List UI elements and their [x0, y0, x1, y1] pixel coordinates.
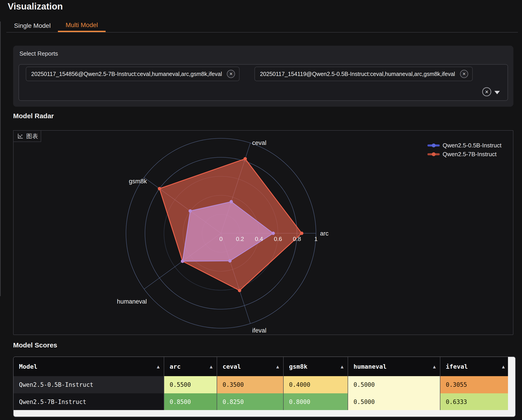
table-row: Qwen2.5-7B-Instruct0.85000.82500.80000.5…: [14, 393, 515, 411]
model-scores-table: Model▲arc▲ceval▲gsm8k▲humaneval▲ifeval▲ …: [13, 356, 516, 417]
radar-series-point: [228, 259, 232, 263]
radar-series-point: [244, 157, 247, 160]
score-cell-ceval[interactable]: 0.8250: [217, 393, 283, 411]
column-header-label: humaneval: [353, 363, 386, 370]
table-row: Qwen2.5-0.5B-Instruct0.55000.35000.40000…: [14, 376, 515, 393]
legend-item[interactable]: Qwen2.5-7B-Instruct: [428, 151, 501, 158]
sort-ascending-icon: ▲: [502, 364, 505, 369]
column-header-label: arc: [170, 363, 181, 370]
column-header-ceval[interactable]: ceval▲: [217, 357, 283, 376]
select-reports-panel: Select Reports 20250117_154856@Qwen2.5-7…: [13, 46, 514, 107]
sort-ascending-icon: ▲: [341, 364, 344, 369]
radar-series-point: [189, 209, 192, 213]
radar-series-point: [181, 260, 184, 263]
radar-axis-label-humaneval: humaneval: [117, 298, 147, 305]
model-name-cell[interactable]: Qwen2.5-0.5B-Instruct: [14, 376, 164, 393]
sort-ascending-icon: ▲: [433, 364, 436, 369]
legend-dot-icon: [432, 152, 436, 156]
radar-tick-label: 1: [314, 236, 318, 242]
score-cell-arc[interactable]: 0.5500: [164, 376, 217, 393]
report-chip-label: 20250117_154856@Qwen2.5-7B-Instruct:ceva…: [31, 71, 222, 77]
chart-icon: [17, 133, 23, 139]
column-header-label: ifeval: [446, 363, 468, 370]
column-header-label: Model: [19, 363, 37, 370]
report-chip: 20250117_154119@Qwen2.5-0.5B-Instruct:ce…: [254, 67, 472, 81]
table-body: Qwen2.5-0.5B-Instruct0.55000.35000.40000…: [14, 376, 515, 411]
radar-tick-label: 0.6: [274, 236, 282, 242]
page-title: Visualization: [8, 0, 63, 12]
legend-line-marker: [428, 144, 440, 146]
visualization-page: Visualization Single Model Multi Model S…: [0, 0, 522, 420]
column-header-humaneval[interactable]: humaneval▲: [348, 357, 440, 376]
chip-remove-icon[interactable]: ×: [227, 70, 235, 78]
table-horizontal-scrollbar[interactable]: [14, 410, 515, 417]
radar-axis-label-ceval: ceval: [252, 139, 266, 146]
sort-ascending-icon: ▲: [276, 364, 279, 369]
score-cell-ceval[interactable]: 0.3500: [217, 376, 283, 393]
sort-ascending-icon: ▲: [210, 364, 213, 369]
radar-axis-label-gsm8k: gsm8k: [129, 178, 147, 185]
tab-single-model[interactable]: Single Model: [6, 19, 51, 32]
radar-series-point: [272, 232, 275, 235]
radar-plot-container: 00.20.40.60.81arccevalgsm8khumanevalifev…: [13, 130, 514, 335]
radar-series-point: [238, 289, 241, 292]
column-header-model[interactable]: Model▲: [14, 357, 164, 376]
select-reports-label: Select Reports: [19, 50, 58, 57]
table-header-row: Model▲arc▲ceval▲gsm8k▲humaneval▲ifeval▲: [14, 357, 515, 376]
column-header-label: ceval: [223, 363, 241, 370]
radar-series-point: [230, 200, 233, 203]
tab-bar: Single Model Multi Model: [6, 19, 518, 33]
selected-report-chips: 20250117_154856@Qwen2.5-7B-Instruct:ceva…: [26, 67, 473, 81]
column-header-label: gsm8k: [289, 363, 307, 370]
score-cell-ifeval[interactable]: 0.3055: [440, 376, 509, 393]
report-chip-label: 20250117_154119@Qwen2.5-0.5B-Instruct:ce…: [260, 71, 455, 77]
plot-chart-tab[interactable]: 图表: [13, 130, 41, 142]
radar-tick-label: 0.4: [255, 236, 263, 242]
radar-axis-label-arc: arc: [320, 230, 329, 237]
score-cell-humaneval[interactable]: 0.5000: [348, 393, 440, 411]
model-scores-title: Model Scores: [13, 341, 57, 349]
radar-tick-label: 0.2: [236, 236, 244, 242]
sort-ascending-icon: ▲: [157, 364, 160, 369]
legend-item[interactable]: Qwen2.5-0.5B-Instruct: [428, 142, 501, 149]
model-radar-title: Model Radar: [13, 112, 54, 120]
table-vertical-scrollbar[interactable]: [508, 357, 515, 410]
score-cell-humaneval[interactable]: 0.5000: [348, 376, 440, 393]
radar-axis-label-ifeval: ifeval: [252, 327, 266, 334]
legend-line-marker: [428, 153, 440, 155]
column-header-arc[interactable]: arc▲: [164, 357, 217, 376]
radar-series-point: [300, 232, 304, 235]
reports-multiselect[interactable]: 20250117_154856@Qwen2.5-7B-Instruct:ceva…: [19, 64, 508, 101]
score-cell-arc[interactable]: 0.8500: [164, 393, 217, 411]
clear-all-button[interactable]: ×: [482, 87, 491, 96]
score-cell-ifeval[interactable]: 0.6333: [440, 393, 509, 411]
column-header-gsm8k[interactable]: gsm8k▲: [283, 357, 348, 376]
plot-tab-label: 图表: [26, 132, 38, 140]
radar-chart: 00.20.40.60.81arccevalgsm8khumanevalifev…: [14, 131, 513, 335]
radar-legend: Qwen2.5-0.5B-InstructQwen2.5-7B-Instruct: [428, 142, 501, 158]
radar-series-point: [158, 187, 161, 190]
radar-tick-label: 0.8: [293, 236, 301, 242]
radar-tick-label: 0: [219, 236, 223, 242]
legend-label: Qwen2.5-0.5B-Instruct: [443, 142, 501, 149]
score-cell-gsm8k[interactable]: 0.4000: [283, 376, 348, 393]
page-scrollbar[interactable]: [0, 22, 1, 296]
legend-label: Qwen2.5-7B-Instruct: [443, 151, 496, 158]
report-chip: 20250117_154856@Qwen2.5-7B-Instruct:ceva…: [26, 67, 239, 81]
chip-remove-icon[interactable]: ×: [460, 70, 468, 78]
model-name-cell[interactable]: Qwen2.5-7B-Instruct: [14, 393, 164, 411]
score-cell-gsm8k[interactable]: 0.8000: [283, 393, 348, 411]
legend-dot-icon: [432, 143, 436, 147]
column-header-ifeval[interactable]: ifeval▲: [440, 357, 509, 376]
tab-multi-model[interactable]: Multi Model: [58, 19, 106, 32]
dropdown-caret-icon[interactable]: [494, 91, 500, 94]
